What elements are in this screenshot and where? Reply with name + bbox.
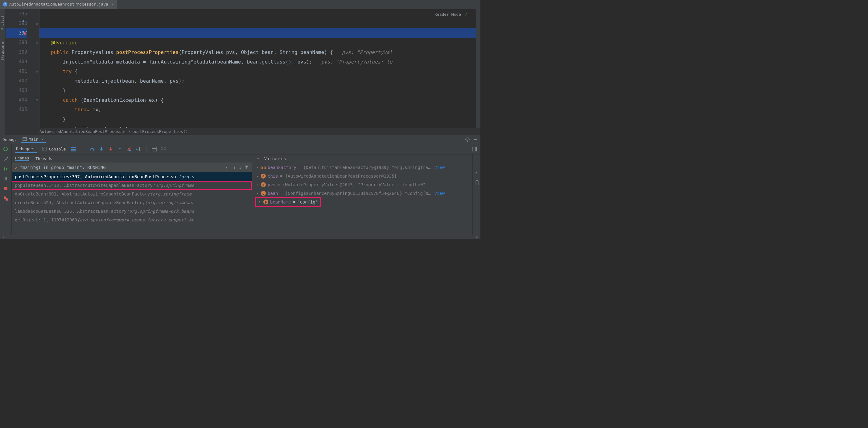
code-line[interactable]: catch (BeanCreationException ex) { xyxy=(42,95,476,105)
threads-layout-icon[interactable] xyxy=(71,147,76,151)
breadcrumb-class[interactable]: AutowiredAnnotationBeanPostProcessor xyxy=(39,129,126,134)
prev-frame-icon[interactable]: ↑ xyxy=(233,165,236,170)
stack-frame[interactable]: lambda$doGetBean$0:335, AbstractBeanFact… xyxy=(12,207,252,216)
chevron-down-icon[interactable]: ▾ xyxy=(225,165,227,170)
chevron-right-icon[interactable]: › xyxy=(256,191,259,196)
svg-rect-7 xyxy=(5,177,5,180)
clipboard-icon[interactable] xyxy=(474,180,479,185)
code-line[interactable]: public PropertyValues postProcessPropert… xyxy=(42,48,476,57)
variable-row[interactable]: ›p bean = {Config$$EnhancerBySpringCGLIB… xyxy=(252,189,472,198)
line-number[interactable]: 403 xyxy=(5,86,27,95)
resume-icon[interactable] xyxy=(3,166,9,172)
line-number[interactable]: 405 xyxy=(5,105,27,114)
breadcrumb-method[interactable]: postProcessProperties() xyxy=(132,129,188,134)
stack-frame[interactable]: getObject:-1, 1107412069 (org.springfram… xyxy=(12,216,252,224)
rerun-icon[interactable] xyxy=(3,147,9,152)
line-number[interactable]: 402 xyxy=(5,76,27,86)
line-number[interactable]: 398 xyxy=(5,38,27,48)
expand-icon[interactable]: » xyxy=(2,235,5,239)
variables-pane: ＋ Variables ›oo beanFactory = {DefaultLi… xyxy=(252,154,472,235)
chevron-right-icon[interactable]: › xyxy=(258,200,261,205)
debug-panel-label: Debug: xyxy=(2,137,17,142)
view-link[interactable]: View xyxy=(434,165,445,170)
line-number[interactable]: 401 xyxy=(5,67,27,76)
fold-handle[interactable]: ⊟ xyxy=(36,38,38,48)
chevron-right-icon[interactable]: › xyxy=(256,165,259,170)
chevron-right-icon[interactable]: › xyxy=(256,174,259,179)
right-error-stripe[interactable] xyxy=(476,9,480,128)
expand-right-icon[interactable]: » xyxy=(476,235,478,239)
code-line[interactable]: } xyxy=(42,114,476,124)
fold-handle[interactable]: ⊟ xyxy=(36,19,38,28)
close-icon[interactable]: × xyxy=(41,137,44,142)
svg-point-5 xyxy=(7,157,8,158)
line-number[interactable]: 397● xyxy=(5,28,27,38)
code-line[interactable]: InjectionMetadata metadata = findAutowir… xyxy=(42,57,476,67)
thread-selector[interactable]: ✔ "main"@1 in group "main": RUNNING ▾ ↑ … xyxy=(12,162,252,172)
pause-icon[interactable] xyxy=(3,176,9,182)
settings-icon[interactable] xyxy=(3,156,9,162)
svg-rect-13 xyxy=(71,147,76,148)
step-over-icon[interactable] xyxy=(89,147,95,152)
project-toolwindow-tab[interactable]: Project xyxy=(1,16,5,30)
code-editor[interactable]: @Override public PropertyValues postProc… xyxy=(39,9,476,128)
variable-row[interactable]: ›p pvs = {MutablePropertyValues@2645} "P… xyxy=(252,180,472,189)
stack-frame[interactable]: doCreateBean:601, AbstractAutowireCapabl… xyxy=(12,190,252,198)
drop-frame-icon[interactable] xyxy=(126,147,132,152)
stop-icon[interactable] xyxy=(3,186,9,191)
frames-pane: Frames Threads ✔ "main"@1 in group "main… xyxy=(12,154,252,235)
line-number-gutter[interactable]: 395396397●398399400401402403404405 xyxy=(5,9,35,128)
variable-row[interactable]: ›oo beanFactory = {DefaultListableBeanFa… xyxy=(252,163,472,172)
debugger-tab[interactable]: Debugger xyxy=(15,145,37,153)
stack-frame[interactable]: populateBean:1413, AbstractAutowireCapab… xyxy=(12,181,252,190)
chevron-right-icon[interactable]: › xyxy=(256,182,259,187)
fold-column[interactable]: ⊟⊟⊟⊟ xyxy=(35,9,39,128)
new-watch-icon[interactable]: ＋ xyxy=(256,156,260,161)
line-number[interactable]: 396 xyxy=(5,19,27,28)
force-step-into-icon[interactable] xyxy=(108,147,114,152)
minimize-icon[interactable] xyxy=(473,137,478,142)
line-number[interactable]: 399 xyxy=(5,48,27,57)
line-number[interactable]: 400 xyxy=(5,57,27,67)
line-number[interactable]: 404 xyxy=(5,95,27,105)
execution-line-highlight xyxy=(39,28,476,38)
structure-toolwindow-tab[interactable]: Structure xyxy=(1,42,5,60)
code-line[interactable]: throw ex; xyxy=(42,105,476,114)
view-link[interactable]: View xyxy=(434,191,445,196)
java-class-icon: C xyxy=(3,2,7,6)
layout-settings-icon[interactable] xyxy=(472,147,477,151)
stack-frame[interactable]: createBean:524, AbstractAutowireCapableB… xyxy=(12,198,252,207)
threads-tab[interactable]: Threads xyxy=(35,156,53,161)
close-icon[interactable]: × xyxy=(111,2,114,6)
step-into-icon[interactable] xyxy=(99,147,104,152)
trace-icon[interactable] xyxy=(161,147,166,152)
gear-icon[interactable] xyxy=(465,137,470,142)
step-out-icon[interactable] xyxy=(117,147,123,152)
evaluate-icon[interactable] xyxy=(151,147,157,152)
run-config-tab[interactable]: Main × xyxy=(21,136,45,143)
file-tab[interactable]: C AutowiredAnnotationBeanPostProcessor.j… xyxy=(0,0,117,9)
code-line[interactable]: catch (Throwable ex) { xyxy=(42,124,476,128)
hide-icon[interactable]: ▸ xyxy=(475,170,477,175)
stack-frame[interactable]: postProcessProperties:397, AutowiredAnno… xyxy=(12,172,252,181)
line-number[interactable]: 395 xyxy=(5,9,27,19)
code-line[interactable]: try { xyxy=(42,67,476,76)
next-frame-icon[interactable]: ↓ xyxy=(239,165,242,170)
variable-row[interactable]: ›e this = {AutowiredAnnotationBeanPostPr… xyxy=(252,172,472,180)
view-breakpoints-icon[interactable] xyxy=(3,196,9,201)
code-line[interactable]: } xyxy=(42,86,476,95)
code-line[interactable]: @Override xyxy=(42,38,476,48)
variable-row[interactable]: ›p beanName = "config" xyxy=(256,198,320,206)
svg-point-11 xyxy=(5,198,8,201)
breakpoint-icon[interactable]: ● xyxy=(24,28,26,38)
code-line[interactable]: metadata.inject(bean, beanName, pvs); xyxy=(42,76,476,86)
fold-handle[interactable]: ⊟ xyxy=(36,67,38,76)
frames-tab[interactable]: Frames xyxy=(15,156,29,161)
override-icon[interactable] xyxy=(22,19,26,23)
run-to-cursor-icon[interactable] xyxy=(136,147,141,152)
console-tab[interactable]: Console xyxy=(41,146,67,153)
filter-icon[interactable] xyxy=(245,165,249,170)
svg-rect-14 xyxy=(71,149,76,150)
fold-handle[interactable]: ⊟ xyxy=(36,95,38,105)
breadcrumb-bar[interactable]: AutowiredAnnotationBeanPostProcessor › p… xyxy=(5,128,480,135)
